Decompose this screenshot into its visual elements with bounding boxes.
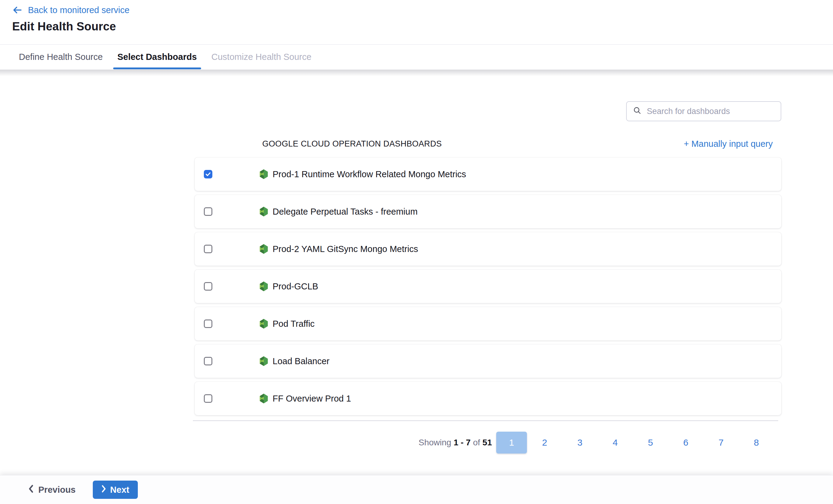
dashboard-checkbox[interactable] [204, 245, 212, 253]
dashboard-row[interactable]: Pod Traffic [195, 307, 781, 341]
dashboard-list-header: GOOGLE CLOUD OPERATION DASHBOARDS + Manu… [195, 137, 781, 151]
dashboard-name: Pod Traffic [272, 319, 315, 329]
dashboard-list: Prod-1 Runtime Workflow Related Mongo Me… [195, 157, 781, 415]
dashboard-hexagon-icon [259, 206, 268, 217]
list-bottom-divider [193, 421, 778, 421]
next-label: Next [110, 485, 129, 495]
dashboard-name: Delegate Perpetual Tasks - freemium [272, 207, 418, 217]
tab-customize-health-source[interactable]: Customize Health Source [211, 45, 312, 69]
dashboard-name: Prod-1 Runtime Workflow Related Mongo Me… [272, 169, 466, 179]
page-link-2[interactable]: 2 [527, 437, 562, 448]
dashboard-checkbox[interactable] [204, 394, 212, 403]
page-link-4[interactable]: 4 [597, 437, 633, 448]
dashboard-row[interactable]: Prod-1 Runtime Workflow Related Mongo Me… [195, 157, 781, 191]
page-title: Edit Health Source [12, 20, 116, 33]
back-link-label: Back to monitored service [28, 5, 129, 15]
back-arrow-icon [12, 5, 23, 15]
manually-input-query-link[interactable]: + Manually input query [684, 139, 773, 149]
page-button-active[interactable]: 1 [496, 432, 527, 454]
pagination-range: 1 - 7 [454, 438, 471, 447]
dashboard-checkbox[interactable] [204, 170, 212, 178]
dashboard-hexagon-icon [259, 169, 268, 179]
search-input[interactable] [647, 107, 775, 116]
dashboard-hexagon-icon [259, 319, 268, 329]
next-button[interactable]: Next [93, 481, 138, 499]
previous-button[interactable]: Previous [28, 484, 76, 495]
edit-health-source-page: Back to monitored service Edit Health So… [0, 0, 833, 504]
dashboard-name: FF Overview Prod 1 [272, 394, 351, 404]
dashboard-checkbox[interactable] [204, 207, 212, 216]
dashboard-row[interactable]: Prod-2 YAML GitSync Mongo Metrics [195, 232, 781, 266]
dashboard-row[interactable]: Load Balancer [195, 345, 781, 378]
dashboard-row[interactable]: FF Overview Prod 1 [195, 382, 781, 415]
dashboard-row[interactable]: Prod-GCLB [195, 270, 781, 303]
previous-label: Previous [38, 485, 76, 495]
dashboard-checkbox[interactable] [204, 357, 212, 366]
page-header: Back to monitored service Edit Health So… [0, 0, 833, 44]
dashboard-hexagon-icon [259, 393, 268, 404]
wizard-footer: Previous Next [0, 475, 833, 504]
pagination: Showing 1 - 7 of 51 12345678 [195, 430, 781, 455]
dashboard-row[interactable]: Delegate Perpetual Tasks - freemium [195, 195, 781, 228]
wizard-tab-bar: Define Health Source Select Dashboards C… [0, 44, 833, 69]
tab-define-health-source[interactable]: Define Health Source [19, 45, 103, 69]
search-icon [633, 106, 642, 117]
dashboard-checkbox[interactable] [204, 320, 212, 328]
page-link-5[interactable]: 5 [633, 437, 668, 448]
dashboard-name: Prod-GCLB [272, 281, 318, 292]
dashboard-hexagon-icon [259, 356, 268, 366]
dashboard-name: Prod-2 YAML GitSync Mongo Metrics [272, 244, 418, 254]
pagination-total: 51 [482, 438, 492, 447]
back-to-monitored-service-link[interactable]: Back to monitored service [12, 5, 129, 15]
dashboard-group-title: GOOGLE CLOUD OPERATION DASHBOARDS [262, 139, 442, 149]
page-link-7[interactable]: 7 [704, 437, 739, 448]
pagination-summary: Showing 1 - 7 of 51 [419, 438, 492, 448]
dashboard-hexagon-icon [259, 244, 268, 254]
tab-select-dashboards[interactable]: Select Dashboards [117, 45, 197, 69]
page-link-8[interactable]: 8 [739, 437, 774, 448]
page-link-3[interactable]: 3 [562, 437, 597, 448]
dashboard-search-box [626, 101, 781, 121]
dashboard-checkbox[interactable] [204, 282, 212, 291]
chevron-right-icon [101, 485, 106, 495]
page-link-6[interactable]: 6 [668, 437, 704, 448]
dashboard-hexagon-icon [259, 281, 268, 292]
chevron-left-icon [28, 484, 34, 495]
dashboard-name: Load Balancer [272, 356, 330, 366]
